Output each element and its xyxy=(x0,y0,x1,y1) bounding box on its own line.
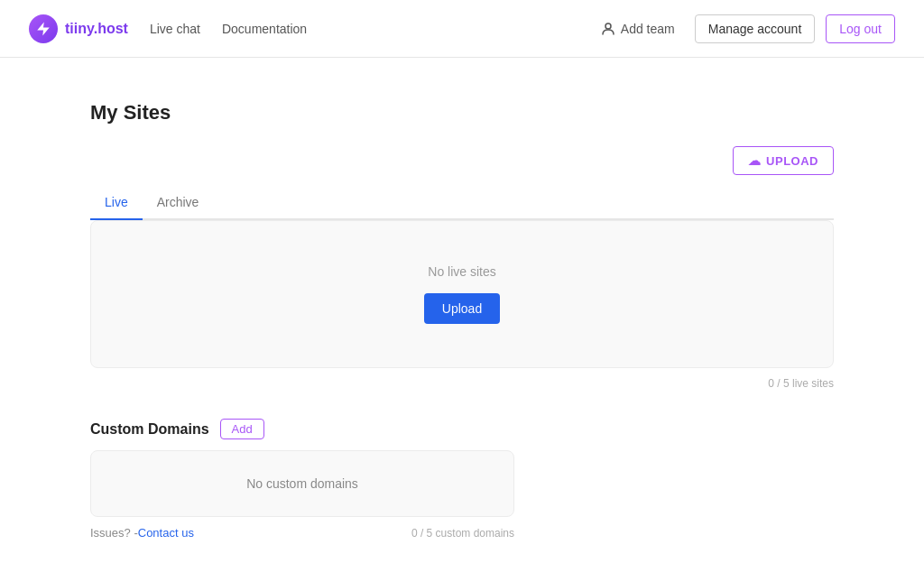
logout-button[interactable]: Log out xyxy=(826,14,895,43)
nav-documentation[interactable]: Documentation xyxy=(222,22,307,36)
issues-text: Issues? -Contact us xyxy=(90,526,194,540)
svg-point-1 xyxy=(605,23,611,29)
sites-tabs: Live Archive xyxy=(90,186,834,220)
contact-us-link[interactable]: Contact us xyxy=(138,526,194,540)
tab-archive[interactable]: Archive xyxy=(143,186,214,220)
add-domain-button[interactable]: Add xyxy=(220,419,264,439)
svg-marker-0 xyxy=(37,22,50,35)
custom-domains-header: Custom Domains Add xyxy=(90,419,834,439)
logo-icon xyxy=(29,14,58,43)
sites-card: No live sites Upload xyxy=(90,220,834,368)
user-icon xyxy=(601,22,615,36)
no-sites-text: No live sites xyxy=(113,264,811,279)
upload-button-label: UPLOAD xyxy=(766,154,818,168)
add-team-label: Add team xyxy=(621,22,675,36)
domains-footer: Issues? -Contact us 0 / 5 custom domains xyxy=(90,526,514,540)
sites-count: 0 / 5 live sites xyxy=(90,377,834,390)
manage-account-button[interactable]: Manage account xyxy=(695,14,816,43)
header: tiiny.host Live chat Documentation Add t… xyxy=(0,0,924,58)
add-team-button[interactable]: Add team xyxy=(592,16,684,42)
issues-label: Issues? - xyxy=(90,526,138,540)
header-right: Add team Manage account Log out xyxy=(592,14,895,43)
main-content: My Sites ☁ UPLOAD Live Archive No live s… xyxy=(0,58,924,563)
domains-count: 0 / 5 custom domains xyxy=(411,527,514,540)
upload-button[interactable]: ☁ UPLOAD xyxy=(733,146,834,175)
cloud-upload-icon: ☁ xyxy=(748,153,762,168)
custom-domains-title: Custom Domains xyxy=(90,421,209,438)
page-title: My Sites xyxy=(90,101,834,125)
domains-card: No custom domains xyxy=(90,450,514,517)
logo-link[interactable]: tiiny.host xyxy=(29,14,128,43)
logo-text: tiiny.host xyxy=(65,21,128,37)
upload-inner-button[interactable]: Upload xyxy=(424,293,500,324)
no-domains-text: No custom domains xyxy=(113,476,492,491)
header-left: tiiny.host Live chat Documentation xyxy=(29,14,307,43)
upload-row: ☁ UPLOAD xyxy=(90,146,834,175)
tab-live[interactable]: Live xyxy=(90,186,143,220)
nav-live-chat[interactable]: Live chat xyxy=(150,22,200,36)
